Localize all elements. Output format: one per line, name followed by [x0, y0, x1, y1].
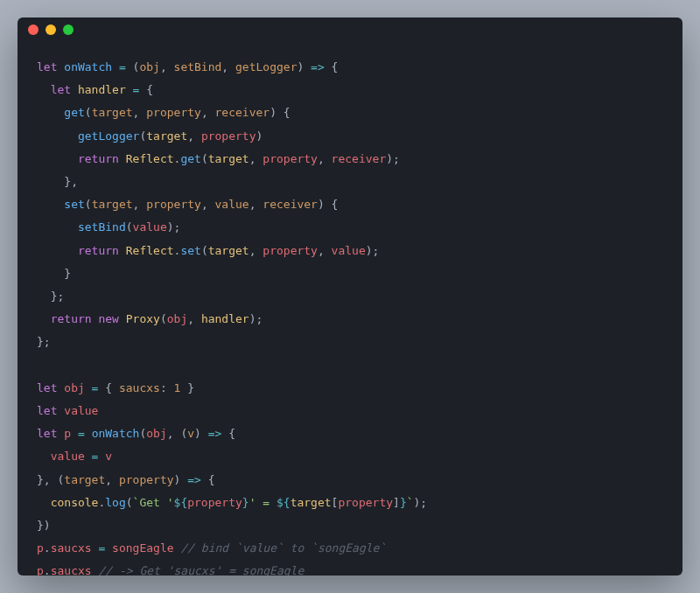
traffic-light-close-icon[interactable] [28, 24, 38, 35]
code-line: }, [37, 171, 663, 193]
code-line: let obj = { saucxs: 1 } [37, 377, 663, 400]
traffic-light-min-icon[interactable] [46, 24, 56, 35]
code-line: }) [37, 514, 663, 537]
code-line: }; [37, 285, 663, 308]
code-line: p.saucxs = songEagle // bind `value` to … [37, 537, 663, 560]
titlebar [18, 17, 682, 42]
code-line: return new Proxy(obj, handler); [37, 308, 663, 331]
code-line [37, 354, 663, 377]
code-line: let value [37, 400, 663, 422]
traffic-light-max-icon[interactable] [63, 24, 74, 35]
code-line: value = v [37, 445, 663, 468]
code-line: let handler = { [37, 79, 663, 101]
code-line: console.log(`Get '${property}' = ${targe… [37, 492, 663, 514]
code-line: }; [37, 331, 663, 353]
code-window: let onWatch = (obj, setBind, getLogger) … [18, 17, 682, 576]
code-block: let onWatch = (obj, setBind, getLogger) … [18, 42, 682, 576]
code-line: return Reflect.get(target, property, rec… [37, 148, 663, 171]
code-line: let onWatch = (obj, setBind, getLogger) … [37, 56, 663, 79]
code-line: } [37, 262, 663, 285]
code-line: setBind(value); [37, 216, 663, 239]
code-line: get(target, property, receiver) { [37, 101, 663, 124]
code-line: getLogger(target, property) [37, 125, 663, 148]
code-line: return Reflect.set(target, property, val… [37, 240, 663, 262]
code-line: }, (target, property) => { [37, 469, 663, 492]
code-line: set(target, property, value, receiver) { [37, 193, 663, 216]
code-line: p.saucxs // -> Get 'saucxs' = songEagle [37, 560, 663, 576]
code-line: let p = onWatch(obj, (v) => { [37, 422, 663, 445]
